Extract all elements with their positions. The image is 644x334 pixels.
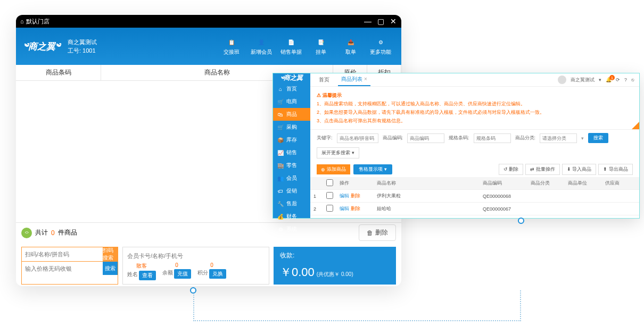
sidebar-item-销售[interactable]: 📈销售 — [273, 146, 310, 159]
pos-header: ༄商之翼༄ 商之翼测试 工号: 1001 📋交接班👤新增会员📄销售单据📑挂单📥取… — [16, 28, 401, 65]
avatar[interactable] — [558, 76, 566, 84]
menu-icon: 💰 — [277, 213, 284, 220]
sidebar-item-商品[interactable]: 🛍商品 — [273, 108, 310, 121]
item-count: 0 — [51, 229, 55, 237]
sidebar-item-售后[interactable]: 🔧售后 — [273, 197, 310, 210]
delete-button[interactable]: 🗑 删除 — [359, 224, 396, 241]
help-icon[interactable]: ? — [624, 77, 627, 82]
maximize-button[interactable]: ▢ — [377, 18, 384, 25]
toolbar-button[interactable]: ⬇ 导入商品 — [562, 164, 597, 175]
action-icon: ⚙ — [375, 37, 386, 47]
product-name: 娃哈哈 — [374, 203, 480, 215]
header-action-4[interactable]: 📥取单 — [337, 37, 364, 56]
logout-icon[interactable]: ⎋ — [631, 77, 634, 82]
sidebar-item-财务[interactable]: 💰财务 — [273, 210, 310, 223]
sidebar-item-采购[interactable]: 🛒采购 — [273, 121, 310, 133]
product-code: QE00000068 — [480, 190, 527, 203]
row-checkbox[interactable] — [326, 192, 333, 199]
toolbar-button[interactable]: ⬆ 导出商品 — [598, 164, 633, 175]
tip-line: 2、如果您想要导入商品数据，请先下载具有标准格式的导入模板，文件格式必须与对应导… — [317, 108, 633, 116]
table-row: 1编辑 删除伊利大果粒QE00000068 — [310, 190, 639, 203]
member-action-button[interactable]: 查看 — [139, 271, 156, 280]
sidebar-item-库存[interactable]: 📦库存 — [273, 133, 310, 146]
admin-window: ༄商之翼 ⌂首页🛒电商🛍商品🛒采购📦库存📈销售🏬零售👥会员🏷促销🔧售后💰财务⚙系… — [273, 73, 639, 218]
product-table: 操作商品名称商品编码商品分类商品单位供应商 1编辑 删除伊利大果粒QE00000… — [310, 177, 639, 218]
home-icon: ⌂ — [20, 18, 24, 24]
header-action-2[interactable]: 📄销售单据 — [278, 37, 304, 56]
menu-icon: ⚙ — [277, 226, 284, 232]
header-action-1[interactable]: 👤新增会员 — [248, 37, 275, 56]
spec-input[interactable] — [474, 133, 511, 143]
member-item: 散客姓名查看 — [127, 262, 156, 280]
sidebar-item-系统[interactable]: ⚙系统 — [273, 223, 310, 236]
select-all-checkbox[interactable] — [326, 179, 333, 186]
tab-1[interactable]: 商品列表× — [338, 73, 370, 86]
search-button[interactable]: 搜索 — [103, 262, 118, 275]
toolbar-button[interactable]: ↺ 删除 — [499, 164, 524, 175]
row-checkbox[interactable] — [326, 205, 333, 212]
sidebar-item-电商[interactable]: 🛒电商 — [273, 95, 310, 108]
search-button[interactable]: 搜索 — [588, 133, 608, 143]
member-action-button[interactable]: 充值 — [174, 269, 191, 279]
chevron-down-icon[interactable]: ▾ — [599, 77, 601, 82]
add-product-button[interactable]: ⊕ 添加商品 — [317, 164, 350, 174]
search-row: 关键字: 商品编码: 规格条码: 商品分类: ▾ 搜索 展开更多搜索 ▾ — [310, 130, 639, 162]
collapse-corner-icon[interactable] — [632, 122, 639, 129]
brand-logo: ༄商之翼༄ — [23, 40, 60, 53]
pay-title: 收款: — [280, 251, 390, 260]
price-input[interactable] — [22, 262, 103, 275]
header-action-5[interactable]: ⚙更多功能 — [367, 37, 394, 56]
member-action-button[interactable]: 兑换 — [209, 269, 226, 279]
bell-icon[interactable]: 🔔 — [606, 77, 612, 82]
table-row: 2编辑 删除娃哈哈QE00000067 — [310, 203, 639, 215]
category-select[interactable] — [540, 133, 577, 143]
menu-icon: 🛒 — [277, 124, 284, 130]
sidebar-item-促销[interactable]: 🏷促销 — [273, 185, 310, 197]
scan-input[interactable] — [22, 247, 103, 261]
header-action-0[interactable]: 📋交接班 — [218, 37, 245, 56]
scan-box: 扫码搜索 搜索 — [21, 247, 118, 285]
expand-search-button[interactable]: 展开更多搜索 ▾ — [317, 147, 359, 158]
table-header: 供应商 — [602, 177, 639, 190]
tip-line: 3、点击商品名称可弹出其所有规格信息。 — [317, 116, 633, 125]
chevron-down-icon[interactable]: ▾ — [581, 136, 584, 141]
action-icon: 📑 — [316, 37, 326, 47]
tip-line: 1、商品搜索功能，支持模糊匹配，可以通过输入商品名称、商品分类、供应商快速进行定… — [317, 99, 633, 108]
user-name[interactable]: 商之翼测试 — [571, 77, 595, 84]
table-header — [323, 177, 336, 190]
payment-box[interactable]: 收款: ￥0.00 (共优惠￥ 0.00) — [274, 247, 396, 285]
menu-icon: 🔧 — [277, 201, 284, 207]
sidebar-item-会员[interactable]: 👥会员 — [273, 172, 310, 185]
sidebar-item-零售[interactable]: 🏬零售 — [273, 159, 310, 172]
edit-link[interactable]: 编辑 — [340, 193, 349, 198]
action-icon: 👤 — [256, 37, 267, 47]
staff-id: 工号: 1001 — [68, 46, 97, 55]
keyword-input[interactable] — [337, 133, 378, 143]
close-tab-icon[interactable]: × — [364, 76, 367, 82]
pay-amount: ￥0.00 — [280, 264, 315, 280]
tips-panel: ⚠ 温馨提示 1、商品搜索功能，支持模糊匹配，可以通过输入商品名称、商品分类、供… — [310, 87, 639, 130]
wifi-icon: ⌔ — [21, 228, 32, 238]
minimize-button[interactable]: — — [364, 18, 371, 25]
delete-link[interactable]: 删除 — [351, 206, 360, 211]
header-action-3[interactable]: 📑挂单 — [308, 37, 334, 56]
member-box: 散客姓名查看0余额充值0积分兑换 — [122, 247, 269, 285]
refresh-icon[interactable]: ⟳ — [616, 77, 620, 82]
close-button[interactable]: ✕ — [390, 18, 397, 25]
member-input[interactable] — [127, 253, 265, 259]
connector-dot — [518, 218, 524, 224]
menu-icon: 🏷 — [277, 188, 284, 194]
scan-search-button[interactable]: 扫码搜索 — [103, 247, 118, 261]
sidebar-item-首页[interactable]: ⌂首页 — [273, 82, 310, 95]
edit-link[interactable]: 编辑 — [340, 206, 349, 211]
table-row: 3编辑 删除智利原装进口红酒 马代苏赤霞珠干红葡萄酒750ml/瓶QE00000… — [310, 215, 639, 219]
toolbar-button[interactable]: ⇄ 批量操作 — [525, 164, 560, 175]
delete-link[interactable]: 删除 — [351, 193, 360, 198]
table-header: 商品分类 — [527, 177, 565, 190]
price-display-button[interactable]: 售格显示项 ▾ — [353, 164, 392, 174]
code-input[interactable] — [407, 133, 444, 143]
titlebar: ⌂ 默认门店 — ▢ ✕ — [16, 15, 401, 28]
pay-discount: (共优惠￥ 0.00) — [317, 271, 353, 278]
action-icon: 📥 — [345, 37, 356, 47]
tab-0[interactable]: 首页 — [316, 74, 333, 86]
